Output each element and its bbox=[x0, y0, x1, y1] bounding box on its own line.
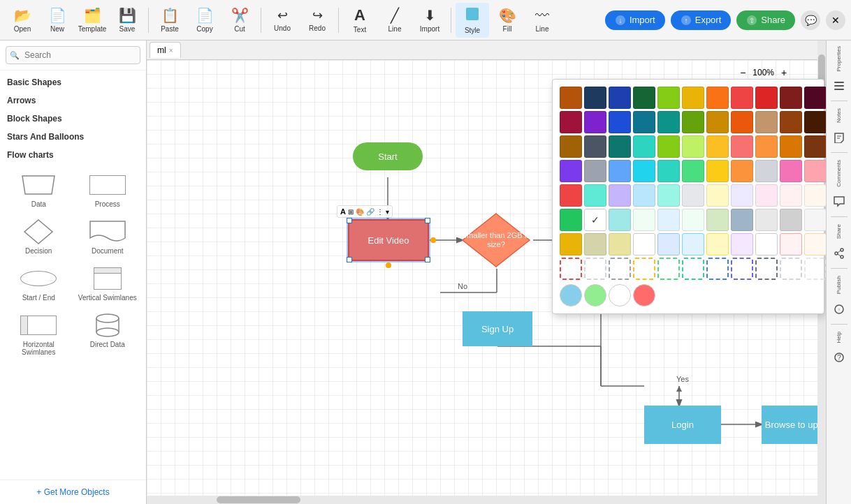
color-cell-dashed[interactable] bbox=[682, 258, 704, 280]
color-cell[interactable] bbox=[780, 160, 802, 182]
style-button[interactable]: Style bbox=[456, 3, 489, 38]
color-cell-dashed[interactable] bbox=[609, 258, 631, 280]
line-button[interactable]: ╱ Line bbox=[378, 3, 412, 38]
category-stars-balloons[interactable]: Stars And Balloons bbox=[0, 128, 146, 146]
color-cell[interactable] bbox=[731, 209, 753, 231]
color-extra[interactable] bbox=[633, 284, 655, 306]
color-cell[interactable] bbox=[633, 184, 655, 207]
copy-button[interactable]: 📄 Copy bbox=[188, 3, 221, 38]
shape-document[interactable]: Document bbox=[75, 215, 141, 259]
color-cell[interactable] bbox=[780, 87, 802, 109]
color-cell[interactable] bbox=[755, 87, 778, 109]
node-decision[interactable]: Smaller than 2GB in size? bbox=[461, 212, 531, 268]
color-cell[interactable] bbox=[731, 160, 753, 182]
category-basic-shapes[interactable]: Basic Shapes bbox=[0, 73, 146, 91]
color-cell[interactable] bbox=[755, 160, 778, 182]
node-link-icon[interactable]: 🔗 bbox=[366, 208, 374, 216]
color-cell[interactable] bbox=[633, 233, 655, 255]
redo-button[interactable]: ↪ Redo bbox=[300, 3, 334, 38]
color-cell[interactable] bbox=[682, 233, 704, 255]
color-extra[interactable] bbox=[609, 284, 631, 306]
color-cell[interactable] bbox=[584, 160, 606, 182]
category-flow-charts[interactable]: Flow charts bbox=[0, 146, 146, 164]
color-cell[interactable] bbox=[755, 184, 778, 207]
color-cell[interactable] bbox=[560, 184, 582, 207]
horizontal-scrollbar[interactable] bbox=[147, 496, 826, 504]
color-cell[interactable] bbox=[706, 160, 729, 182]
zoom-in-button[interactable]: + bbox=[777, 66, 791, 80]
color-cell-dashed[interactable] bbox=[706, 258, 729, 280]
color-cell[interactable] bbox=[657, 87, 680, 109]
node-format-icon[interactable]: ⊞ bbox=[348, 208, 354, 216]
open-button[interactable]: 📂 Open bbox=[6, 3, 39, 38]
color-cell[interactable] bbox=[560, 209, 582, 231]
color-cell[interactable] bbox=[657, 160, 680, 182]
new-button[interactable]: 📄 New bbox=[41, 3, 74, 38]
color-cell[interactable] bbox=[682, 184, 704, 207]
fill-button[interactable]: 🎨 Fill bbox=[490, 3, 524, 38]
color-cell[interactable] bbox=[755, 111, 778, 133]
color-cell[interactable] bbox=[706, 184, 729, 207]
import-toolbar-button[interactable]: ⬇ Import bbox=[413, 3, 446, 38]
color-cell[interactable] bbox=[560, 233, 582, 255]
import-button[interactable]: ↓ Import bbox=[605, 10, 665, 30]
color-cell[interactable] bbox=[706, 233, 729, 255]
color-cell[interactable] bbox=[609, 209, 631, 231]
properties-button[interactable] bbox=[829, 75, 850, 96]
color-cell-dashed[interactable] bbox=[804, 258, 826, 280]
handle-tl[interactable] bbox=[347, 218, 352, 223]
color-cell[interactable] bbox=[706, 135, 729, 158]
shape-data[interactable]: Data bbox=[6, 168, 72, 212]
color-cell[interactable] bbox=[780, 209, 802, 231]
node-more-icon[interactable]: ⋮ bbox=[377, 208, 384, 216]
search-input[interactable] bbox=[6, 46, 140, 64]
color-cell[interactable] bbox=[804, 184, 826, 207]
color-cell[interactable] bbox=[755, 135, 778, 158]
color-cell[interactable] bbox=[584, 111, 606, 133]
color-cell-dashed[interactable] bbox=[657, 258, 680, 280]
node-login[interactable]: Login bbox=[644, 406, 721, 444]
color-cell[interactable] bbox=[609, 184, 631, 207]
color-cell-dashed[interactable] bbox=[755, 258, 778, 280]
shape-horizontal-swimlanes[interactable]: Horizontal Swimlanes bbox=[6, 309, 72, 360]
shape-vertical-swimlanes[interactable]: Vertical Swimlanes bbox=[75, 262, 141, 306]
handle-right[interactable] bbox=[430, 237, 436, 243]
undo-button[interactable]: ↩ Undo bbox=[266, 3, 299, 38]
template-button[interactable]: 🗂️ Template bbox=[75, 3, 109, 38]
comments-button[interactable] bbox=[829, 191, 850, 212]
handle-tr[interactable] bbox=[425, 218, 430, 223]
handle-bottom[interactable] bbox=[386, 262, 391, 268]
color-extra[interactable] bbox=[560, 284, 582, 306]
color-cell[interactable] bbox=[780, 233, 802, 255]
tab-close-button[interactable]: × bbox=[169, 47, 173, 54]
horizontal-scroll-thumb[interactable] bbox=[217, 496, 300, 503]
color-cell[interactable] bbox=[584, 184, 606, 207]
color-cell[interactable] bbox=[633, 209, 655, 231]
node-dropdown-icon[interactable]: ▾ bbox=[386, 208, 389, 216]
tab-ml[interactable]: ml × bbox=[150, 42, 181, 58]
color-cell[interactable] bbox=[657, 209, 680, 231]
shape-direct-data[interactable]: Direct Data bbox=[75, 309, 141, 360]
category-arrows[interactable]: Arrows bbox=[0, 91, 146, 110]
color-cell[interactable] bbox=[609, 160, 631, 182]
category-block-shapes[interactable]: Block Shapes bbox=[0, 110, 146, 128]
color-cell-dashed[interactable] bbox=[560, 258, 582, 280]
color-cell-dashed[interactable] bbox=[633, 258, 655, 280]
save-button[interactable]: 💾 Save bbox=[110, 3, 144, 38]
shape-decision[interactable]: Decision bbox=[6, 215, 72, 259]
color-cell-selected[interactable] bbox=[584, 209, 606, 231]
color-cell[interactable] bbox=[609, 135, 631, 158]
color-cell[interactable] bbox=[706, 87, 729, 109]
color-cell[interactable] bbox=[804, 209, 826, 231]
get-more-objects[interactable]: + Get More Objects bbox=[0, 480, 146, 504]
color-cell[interactable] bbox=[633, 160, 655, 182]
node-edit-video[interactable]: Edit Video bbox=[348, 219, 429, 261]
color-cell[interactable] bbox=[682, 87, 704, 109]
color-cell[interactable] bbox=[780, 184, 802, 207]
paste-button[interactable]: 📋 Paste bbox=[153, 3, 187, 38]
cut-button[interactable]: ✂️ Cut bbox=[223, 3, 256, 38]
zoom-out-button[interactable]: − bbox=[736, 66, 750, 80]
color-cell[interactable] bbox=[560, 160, 582, 182]
node-sign-up[interactable]: Sign Up bbox=[463, 311, 532, 346]
shape-process[interactable]: Process bbox=[75, 168, 141, 212]
